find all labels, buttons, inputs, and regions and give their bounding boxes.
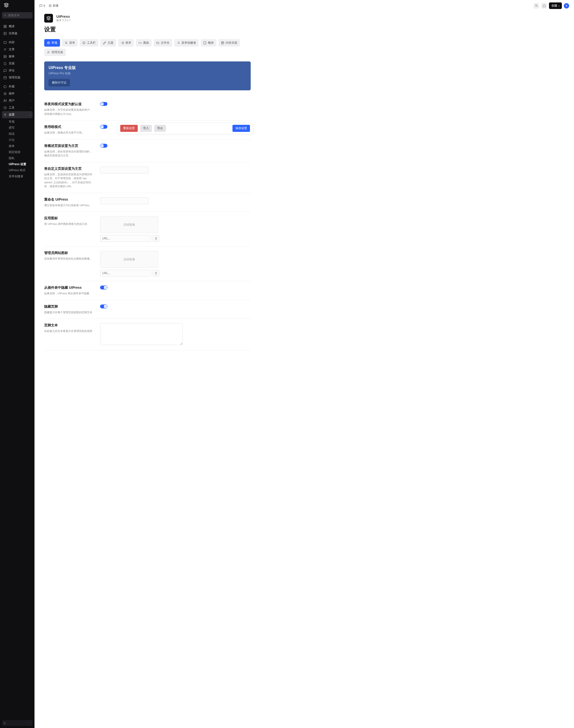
x-icon: ✕ xyxy=(101,103,103,105)
toggle-hide-footer[interactable]: ✓ xyxy=(100,304,107,308)
tab-advanced[interactable]: 高级 xyxy=(136,39,152,47)
setting-rename: 重命名 UiPress 通过更改名称显示为白色标签 UiPress。 xyxy=(44,193,251,212)
nav-manage-pages[interactable]: 管理页面 xyxy=(2,74,33,81)
nav-comments[interactable]: 评论 xyxy=(2,67,33,74)
chevron-down-icon: ⌄ xyxy=(29,114,31,116)
sub-reading[interactable]: 阅读 xyxy=(9,131,33,137)
toggle-hide-plugin[interactable]: ✓ xyxy=(100,286,107,290)
nav-plugins[interactable]: 插件 ‹ xyxy=(2,90,33,97)
new-button[interactable]: 新建 xyxy=(49,4,58,8)
tab-content-pages[interactable]: 内容页面 xyxy=(218,39,240,47)
chevron-right-icon: › xyxy=(559,4,560,7)
svg-rect-17 xyxy=(204,42,206,44)
setting-desc: 隐藏显示在每个管理页面底部的页脚文本 xyxy=(44,310,93,314)
setting-desc: 将 UiPress 插件图标替换为您自己的 xyxy=(44,222,93,226)
setting-app-icon: 应用图标 将 UiPress 插件图标替换为您自己的 选择图像 xyxy=(44,212,251,247)
nav: 概述 仪表盘 ‹ 内容 文章 ‹ xyxy=(0,21,35,180)
setting-hide-footer: 隐藏页脚 隐藏显示在每个管理页面底部的页脚文本 ✓ xyxy=(44,300,251,319)
chevron-left-icon: ‹ xyxy=(30,62,31,65)
app-icon-picker[interactable]: 选择图像 xyxy=(100,216,158,233)
collapse-button[interactable]: ⎘ ⋯ xyxy=(2,720,33,726)
chevron-left-icon: ‹ xyxy=(30,92,31,95)
nav-tools[interactable]: 工具 ‹ xyxy=(2,104,33,111)
toggle-disable-dark[interactable]: ✕ xyxy=(100,125,107,129)
nav-posts[interactable]: 文章 ‹ xyxy=(2,46,33,53)
svg-point-0 xyxy=(4,14,6,15)
search-input[interactable] xyxy=(8,13,31,17)
sub-menu-creator[interactable]: 菜单创建者 xyxy=(9,173,33,179)
tab-theme[interactable]: 主题 xyxy=(100,39,116,47)
tab-label: 常规 xyxy=(51,41,57,45)
rename-input[interactable] xyxy=(100,198,149,204)
import-button[interactable]: 导入 xyxy=(140,125,152,132)
content-icon xyxy=(3,41,7,44)
chevron-left-icon: ‹ xyxy=(30,99,31,102)
user-avatar[interactable]: Y xyxy=(564,3,569,8)
nav-settings[interactable]: 设置 ⌄ xyxy=(2,111,33,118)
overview-icon xyxy=(203,41,206,44)
nav-users[interactable]: 用户 ‹ xyxy=(2,97,33,104)
nav-appearance[interactable]: 外观 ‹ xyxy=(2,83,33,90)
nav-label: 管理页面 xyxy=(9,76,20,80)
setting-title: 禁用暗模式 xyxy=(44,125,93,129)
logo-area xyxy=(0,0,35,10)
tab-login[interactable]: 登录 xyxy=(118,39,134,47)
sub-permalinks[interactable]: 固定链接 xyxy=(9,149,33,155)
nav-content[interactable]: 内容 xyxy=(2,39,33,46)
create-button[interactable]: 创建 › xyxy=(549,2,562,9)
reset-button[interactable]: 重新设置 xyxy=(120,125,138,132)
toggle-dark-default[interactable]: ✕ xyxy=(100,102,107,106)
sub-uipress-settings[interactable]: UiPress 设置 xyxy=(9,161,33,167)
search-icon xyxy=(4,14,7,17)
sub-uipress-styles[interactable]: UiPress 样式 xyxy=(9,167,33,173)
sub-discussion[interactable]: 讨论 xyxy=(9,137,33,143)
chevron-left-icon: ‹ xyxy=(30,85,31,88)
plus-circle-icon xyxy=(49,4,52,7)
tab-menu[interactable]: 菜单 xyxy=(62,39,78,47)
comments-button[interactable]: 0 xyxy=(39,4,45,7)
list2-icon xyxy=(47,51,50,54)
picker-label: 选择图像 xyxy=(123,257,135,261)
favicon-url-input[interactable] xyxy=(100,270,151,276)
setting-title: 重命名 UiPress xyxy=(44,198,93,202)
save-button[interactable]: 保存设置 xyxy=(233,125,250,132)
svg-point-15 xyxy=(48,42,49,43)
custom-home-input[interactable] xyxy=(100,167,149,173)
search-icon xyxy=(535,4,538,7)
setting-desc: 如果启用，UiPress 将从插件表中隐藏 xyxy=(44,291,93,296)
tab-menu-creator[interactable]: 菜单创建者 xyxy=(174,39,199,47)
home-button[interactable] xyxy=(541,3,547,9)
home-icon xyxy=(543,4,546,7)
setting-favicon: 管理员网站图标 添加要用作管理页面的站点图标的图像。 选择图像 xyxy=(44,247,251,281)
toggle-overview-home[interactable]: ✕ xyxy=(100,144,107,147)
remove-license-button[interactable]: 删除许可证 xyxy=(49,79,70,86)
search-button[interactable] xyxy=(533,3,539,9)
picker-label: 选择图像 xyxy=(123,223,135,227)
export-button[interactable]: 导出 xyxy=(154,125,166,132)
chevron-left-icon: ‹ xyxy=(30,48,31,51)
tab-overview[interactable]: 概述 xyxy=(201,39,216,47)
sidebar-search[interactable] xyxy=(2,12,33,18)
tab-toolbar[interactable]: 工具栏 xyxy=(80,39,98,47)
favicon-picker[interactable]: 选择图像 xyxy=(100,251,158,268)
nav-overview[interactable]: 概述 xyxy=(2,23,33,30)
users-icon xyxy=(3,99,7,102)
tab-manage-pages[interactable]: 管理页面 xyxy=(44,49,66,56)
nav-media[interactable]: 媒体 ‹ xyxy=(2,53,33,60)
nav-pages[interactable]: 页面 ‹ xyxy=(2,60,33,67)
tab-folders[interactable]: 文件夹 xyxy=(154,39,172,47)
clear-favicon-button[interactable] xyxy=(153,270,159,276)
sub-privacy[interactable]: 隐私 xyxy=(9,155,33,161)
footer-text-input[interactable] xyxy=(100,323,183,345)
app-icon-url-input[interactable] xyxy=(100,235,151,242)
trash-icon xyxy=(155,272,158,275)
tab-general[interactable]: 常规 xyxy=(44,39,60,47)
sub-writing[interactable]: 撰写 xyxy=(9,125,33,131)
sub-media[interactable]: 媒体 xyxy=(9,143,33,149)
svg-rect-9 xyxy=(4,76,7,79)
svg-point-11 xyxy=(4,99,5,100)
setting-desc: 如果启用，暗模式开关将不可用。 xyxy=(44,131,93,135)
clear-app-icon-button[interactable] xyxy=(153,235,159,242)
nav-dashboard[interactable]: 仪表盘 ‹ xyxy=(2,30,33,37)
sub-general[interactable]: 常规 xyxy=(9,119,33,125)
